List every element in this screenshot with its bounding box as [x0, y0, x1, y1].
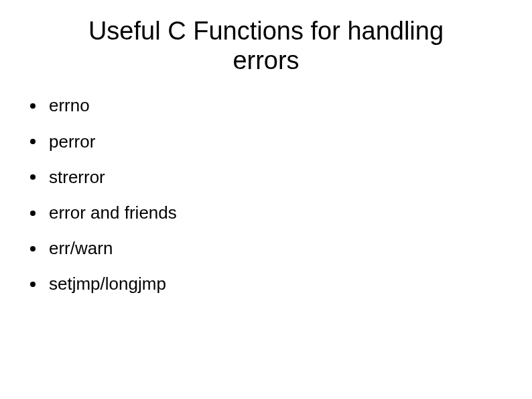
bullet-text: perror: [49, 131, 95, 152]
bullet-icon: [30, 103, 36, 109]
bullet-icon: [30, 246, 36, 251]
bullet-text: error and friends: [49, 203, 177, 223]
list-item: errno: [30, 95, 505, 116]
bullet-icon: [30, 282, 36, 287]
bullet-text: strerror: [49, 167, 105, 188]
bullet-icon: [30, 139, 36, 144]
list-item: error and friends: [30, 203, 505, 223]
bullet-text: setjmp/longjmp: [49, 274, 166, 294]
list-item: err/warn: [30, 238, 505, 259]
bullet-list: errno perror strerror error and friends …: [27, 95, 505, 294]
list-item: strerror: [30, 167, 505, 188]
bullet-text: err/warn: [49, 238, 113, 259]
bullet-text: errno: [49, 95, 90, 116]
bullet-icon: [30, 211, 36, 216]
bullet-icon: [30, 174, 36, 180]
list-item: perror: [30, 131, 505, 152]
slide-title: Useful C Functions for handling errors: [27, 17, 505, 75]
list-item: setjmp/longjmp: [30, 274, 505, 294]
